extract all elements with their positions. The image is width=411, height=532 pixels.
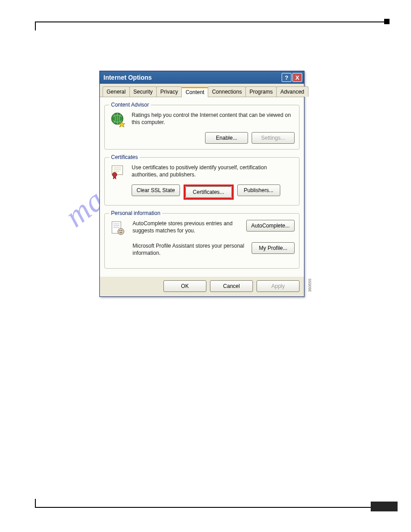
tab-general[interactable]: General	[103, 86, 130, 97]
content-advisor-legend: Content Advisor	[109, 102, 151, 108]
tab-privacy[interactable]: Privacy	[156, 86, 182, 97]
content-advisor-group: Content Advisor Ratings help you control…	[104, 102, 300, 150]
tab-content[interactable]: Content	[181, 87, 208, 97]
enable-button[interactable]: Enable...	[205, 132, 248, 144]
certificates-button-highlight: Certificates...	[184, 184, 234, 200]
svg-point-12	[120, 230, 120, 231]
personal-info-legend: Personal information	[109, 210, 162, 216]
internet-options-dialog: Internet Options ? X General Security Pr…	[99, 71, 304, 297]
tab-row: General Security Privacy Content Connect…	[100, 84, 304, 97]
certificates-button[interactable]: Certificates...	[185, 186, 232, 198]
dialog-footer: OK Cancel Apply	[100, 277, 304, 296]
corner-mark-bottom-left	[35, 499, 36, 508]
titlebar: Internet Options ? X	[100, 71, 304, 84]
settings-button: Settings...	[252, 132, 295, 144]
dialog-title: Internet Options	[103, 74, 152, 81]
svg-point-6	[112, 172, 117, 177]
autocomplete-button[interactable]: AutoComplete...	[246, 220, 295, 232]
certificates-desc: Use certificates to positively identify …	[132, 164, 295, 178]
tab-advanced[interactable]: Advanced	[276, 86, 308, 97]
certificates-group: Certificates Use certificates to positiv…	[104, 154, 300, 206]
my-profile-button[interactable]: My Profile...	[252, 242, 295, 254]
globe-star-icon	[109, 112, 127, 128]
autocomplete-icon	[109, 220, 127, 236]
page-number-box	[371, 502, 398, 511]
certificate-icon	[109, 164, 127, 180]
publishers-button[interactable]: Publishers...	[237, 184, 280, 196]
svg-point-11	[118, 228, 124, 235]
close-button[interactable]: X	[292, 73, 302, 82]
content-advisor-desc: Ratings help you control the Internet co…	[132, 112, 295, 126]
personal-info-group: Personal information AutoComplete stores…	[104, 210, 300, 269]
clear-ssl-button[interactable]: Clear SSL State	[132, 184, 180, 196]
certificates-legend: Certificates	[109, 154, 140, 160]
cancel-button[interactable]: Cancel	[210, 280, 253, 292]
figure-id-label: 360555	[308, 279, 312, 292]
tab-connections[interactable]: Connections	[208, 86, 246, 97]
autocomplete-desc: AutoComplete stores previous entries and…	[133, 220, 241, 234]
tab-programs[interactable]: Programs	[245, 86, 277, 97]
apply-button: Apply	[257, 280, 300, 292]
svg-point-13	[121, 230, 122, 231]
tab-body: Content Advisor Ratings help you control…	[100, 97, 304, 277]
ok-button[interactable]: OK	[163, 280, 206, 292]
help-button[interactable]: ?	[282, 73, 291, 82]
page-bottom-rule	[35, 507, 385, 508]
profile-desc: Microsoft Profile Assistant stores your …	[133, 242, 246, 257]
tab-security[interactable]: Security	[129, 86, 157, 97]
corner-mark-top-right	[384, 19, 390, 24]
titlebar-buttons: ? X	[282, 73, 302, 82]
